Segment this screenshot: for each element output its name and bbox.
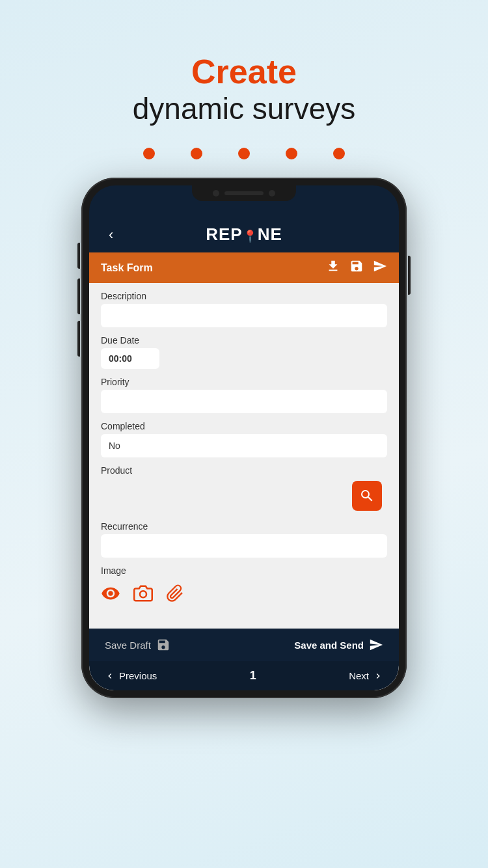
dot-4 xyxy=(286,148,297,159)
toolbar-title: Task Form xyxy=(101,262,153,274)
product-search-button[interactable] xyxy=(352,481,382,511)
product-field: Product xyxy=(101,465,387,513)
phone-screen: ‹ REP📍NE Task Form xyxy=(89,217,399,690)
save-icon[interactable] xyxy=(349,259,364,277)
phone-side-left3 xyxy=(77,321,80,357)
next-button[interactable]: Next xyxy=(349,670,383,681)
logo-zone: NE xyxy=(258,224,282,244)
dot-5 xyxy=(333,148,345,159)
image-label: Image xyxy=(101,565,387,576)
camera-icon[interactable] xyxy=(133,584,153,608)
paperclip-icon[interactable] xyxy=(166,584,184,607)
dot-3 xyxy=(238,148,250,159)
next-label: Next xyxy=(349,670,369,681)
phone-side-left1 xyxy=(77,243,80,269)
due-date-label: Due Date xyxy=(101,335,387,346)
completed-field: Completed xyxy=(101,421,387,457)
due-date-field: Due Date xyxy=(101,335,387,369)
product-row xyxy=(101,478,387,513)
send-icon[interactable] xyxy=(373,259,387,277)
dot-2 xyxy=(191,148,202,159)
due-date-input[interactable] xyxy=(101,348,159,369)
phone-side-left2 xyxy=(77,278,80,314)
save-send-button[interactable]: Save and Send xyxy=(294,638,383,652)
svg-point-0 xyxy=(140,591,146,597)
priority-field: Priority xyxy=(101,377,387,413)
save-draft-label: Save Draft xyxy=(105,640,151,651)
description-input[interactable] xyxy=(101,304,387,327)
recurrence-label: Recurrence xyxy=(101,521,387,532)
priority-label: Priority xyxy=(101,377,387,387)
toolbar: Task Form xyxy=(89,252,399,283)
recurrence-input[interactable] xyxy=(101,534,387,558)
prev-label: Previous xyxy=(119,670,157,681)
eye-icon[interactable] xyxy=(101,584,120,608)
description-field: Description xyxy=(101,291,387,327)
phone-wrapper: ‹ REP📍NE Task Form xyxy=(81,178,407,698)
recurrence-field: Recurrence xyxy=(101,521,387,558)
back-button[interactable]: ‹ xyxy=(109,226,113,243)
bottom-bar: Save Draft Save and Send xyxy=(89,629,399,661)
dot-1 xyxy=(143,148,155,159)
phone-notch-bar xyxy=(89,185,399,217)
logo-pin-icon: 📍 xyxy=(243,230,258,243)
priority-input[interactable] xyxy=(101,390,387,413)
logo: REP📍NE xyxy=(206,224,282,245)
toolbar-icons xyxy=(326,259,387,277)
image-icons-row xyxy=(101,578,387,613)
completed-label: Completed xyxy=(101,421,387,431)
prev-button[interactable]: Previous xyxy=(105,670,157,681)
phone-outer: ‹ REP📍NE Task Form xyxy=(81,178,407,698)
completed-input[interactable] xyxy=(101,434,387,457)
page-number: 1 xyxy=(250,669,256,683)
download-icon[interactable] xyxy=(326,259,340,277)
hero-section: Create dynamic surveys xyxy=(133,52,356,127)
save-draft-button[interactable]: Save Draft xyxy=(105,638,170,652)
hero-create: Create xyxy=(133,52,356,91)
notch-speaker xyxy=(224,191,264,195)
pagination-bar: Previous 1 Next xyxy=(89,661,399,690)
image-field: Image xyxy=(101,565,387,613)
dots-row xyxy=(143,148,345,159)
save-send-label: Save and Send xyxy=(294,640,364,651)
form-content: Description Due Date Priority Completed xyxy=(89,283,399,629)
hero-subtitle: dynamic surveys xyxy=(133,91,356,127)
phone-side-right xyxy=(408,256,411,295)
notch-dot-right xyxy=(269,190,275,197)
notch xyxy=(192,185,296,201)
product-label: Product xyxy=(101,465,387,476)
description-label: Description xyxy=(101,291,387,301)
logo-rep: REP xyxy=(206,224,242,244)
notch-dot-left xyxy=(213,190,219,197)
app-header: ‹ REP📍NE xyxy=(89,217,399,252)
